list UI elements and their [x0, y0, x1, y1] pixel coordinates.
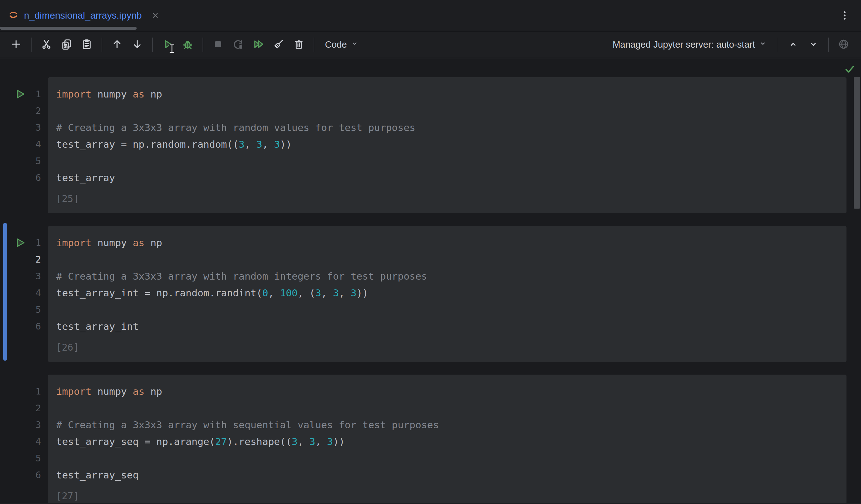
- stop-button[interactable]: [209, 36, 227, 53]
- cell-type-dropdown[interactable]: Code: [320, 36, 363, 53]
- jupyter-notebook-icon: [8, 10, 18, 21]
- line-number: 3: [0, 119, 48, 136]
- run-button[interactable]: [159, 36, 176, 53]
- arrow-up-button[interactable]: [109, 36, 126, 53]
- trash-icon: [293, 39, 304, 51]
- cell-gutter: 123456: [0, 374, 48, 503]
- arrow-down-icon: [132, 39, 143, 51]
- scrollbar-thumb[interactable]: [854, 77, 860, 209]
- add-button[interactable]: [8, 36, 25, 53]
- run-all-icon: [253, 39, 264, 51]
- clear-icon: [273, 39, 284, 51]
- previous-cell-button[interactable]: [785, 36, 802, 53]
- close-tab-icon[interactable]: [150, 10, 161, 21]
- notebook-cell: 123456import numpy as np# Creating a 3x3…: [0, 226, 861, 362]
- cell-code-editor[interactable]: import numpy as np# Creating a 3x3x3 arr…: [48, 374, 847, 503]
- tabstrip-scrollbar-thumb[interactable]: [0, 27, 137, 30]
- paste-button[interactable]: [78, 36, 95, 53]
- paste-icon: [81, 39, 93, 51]
- code-line[interactable]: test_array_seq = np.arange(27).reshape((…: [56, 433, 840, 450]
- code-line[interactable]: [56, 450, 840, 467]
- copy-button[interactable]: [58, 36, 75, 53]
- toolbar-separator: [31, 38, 31, 52]
- line-number: 1: [0, 383, 48, 400]
- jupyter-server-selector[interactable]: Managed Jupyter server: auto-start: [608, 36, 771, 53]
- toolbar-separator: [152, 38, 153, 52]
- execution-count: [27]: [56, 488, 840, 503]
- code-line[interactable]: # Creating a 3x3x3 array with random int…: [56, 268, 840, 285]
- line-number: 4: [0, 285, 48, 301]
- run-cell-button[interactable]: [14, 237, 27, 249]
- code-line[interactable]: test_array = np.random.random((3, 3, 3)): [56, 136, 840, 153]
- notebook-toolbar: Code Managed Jupyter server: auto-start: [0, 31, 861, 58]
- toolbar-separator: [101, 38, 102, 52]
- clear-button[interactable]: [270, 36, 287, 53]
- code-line[interactable]: # Creating a 3x3x3 array with sequential…: [56, 417, 840, 433]
- cut-icon: [41, 39, 52, 51]
- notebook-cell: 123456import numpy as np# Creating a 3x3…: [0, 374, 861, 503]
- play-icon: [14, 237, 26, 249]
- chevron-down-icon: [808, 39, 818, 50]
- cell-code-editor[interactable]: import numpy as np# Creating a 3x3x3 arr…: [48, 226, 847, 362]
- code-line[interactable]: [56, 153, 840, 169]
- line-number: 6: [0, 169, 48, 186]
- line-number: 4: [0, 433, 48, 450]
- execution-count: [25]: [56, 190, 840, 207]
- line-number: 5: [0, 153, 48, 169]
- restart-button[interactable]: [230, 36, 247, 53]
- restart-icon: [233, 39, 244, 51]
- tab-title: n_dimensional_arrays.ipynb: [24, 10, 142, 21]
- play-icon: [14, 88, 26, 101]
- editor-tab-bar: n_dimensional_arrays.ipynb: [0, 0, 861, 31]
- copy-icon: [61, 39, 72, 51]
- code-line[interactable]: # Creating a 3x3x3 array with random val…: [56, 119, 840, 136]
- debug-icon: [182, 39, 193, 51]
- run-cell-button[interactable]: [14, 88, 27, 101]
- open-in-browser-button[interactable]: [835, 36, 852, 53]
- code-line[interactable]: import numpy as np: [56, 86, 840, 103]
- code-line[interactable]: [56, 103, 840, 119]
- more-options-kebab-icon[interactable]: [836, 7, 853, 24]
- code-line[interactable]: test_array: [56, 169, 840, 186]
- code-line[interactable]: import numpy as np: [56, 234, 840, 251]
- jupyter-server-label: Managed Jupyter server: auto-start: [613, 39, 755, 50]
- debug-button[interactable]: [179, 36, 196, 53]
- line-number: 6: [0, 318, 48, 335]
- notebook-cell: 123456import numpy as np# Creating a 3x3…: [0, 77, 861, 213]
- line-number: 5: [0, 301, 48, 318]
- code-line[interactable]: import numpy as np: [56, 383, 840, 400]
- chevron-down-icon: [351, 39, 359, 50]
- trash-button[interactable]: [290, 36, 307, 53]
- cell-gutter: 123456: [0, 226, 48, 362]
- chevron-down-icon: [759, 39, 767, 50]
- arrow-up-icon: [111, 39, 123, 51]
- run-all-button[interactable]: [250, 36, 267, 53]
- line-number: 3: [0, 417, 48, 433]
- globe-icon: [838, 39, 849, 51]
- toolbar-separator: [314, 38, 314, 52]
- execution-count: [26]: [56, 339, 840, 356]
- cell-code-editor[interactable]: import numpy as np# Creating a 3x3x3 arr…: [48, 77, 847, 213]
- code-line[interactable]: test_array_seq: [56, 467, 840, 483]
- code-line[interactable]: [56, 400, 840, 417]
- arrow-down-button[interactable]: [129, 36, 146, 53]
- code-line[interactable]: test_array_int: [56, 318, 840, 335]
- code-line[interactable]: test_array_int = np.random.randint(0, 10…: [56, 285, 840, 301]
- toolbar-separator: [828, 38, 829, 52]
- editor-scrollbar: [853, 58, 861, 503]
- stop-icon: [212, 39, 224, 51]
- cell-type-label: Code: [325, 39, 347, 50]
- cut-button[interactable]: [38, 36, 55, 53]
- tab-n-dimensional-arrays[interactable]: n_dimensional_arrays.ipynb: [0, 0, 168, 31]
- line-number: 5: [0, 450, 48, 467]
- code-line[interactable]: [56, 251, 840, 268]
- line-number: 6: [0, 467, 48, 483]
- chevron-up-icon: [788, 39, 798, 50]
- notebook-editor: 123456import numpy as np# Creating a 3x3…: [0, 58, 861, 503]
- line-number: 3: [0, 268, 48, 285]
- next-cell-button[interactable]: [805, 36, 822, 53]
- line-number: 4: [0, 136, 48, 153]
- add-icon: [10, 39, 22, 51]
- cell-gutter: 123456: [0, 77, 48, 213]
- code-line[interactable]: [56, 301, 840, 318]
